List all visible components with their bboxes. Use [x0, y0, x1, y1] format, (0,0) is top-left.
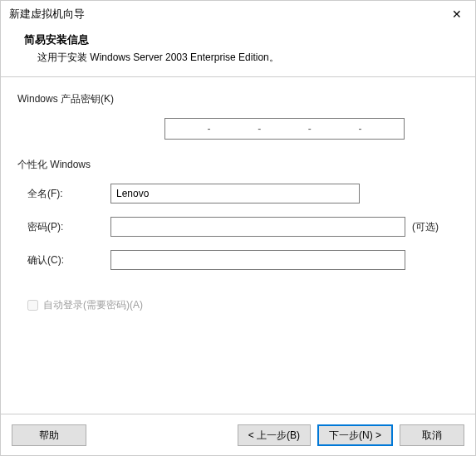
pk-sep: -	[359, 123, 362, 135]
autologin-checkbox	[27, 300, 38, 311]
fullname-row: 全名(F):	[17, 184, 459, 203]
autologin-label: 自动登录(需要密码)(A)	[43, 298, 143, 312]
personalize-label: 个性化 Windows	[17, 158, 459, 172]
pk-sep: -	[258, 123, 261, 135]
product-key-row: - - - -	[17, 118, 459, 140]
cancel-button[interactable]: 取消	[400, 424, 464, 446]
pk-sep: -	[308, 123, 312, 135]
titlebar: 新建虚拟机向导 ✕	[1, 1, 475, 27]
password-input[interactable]	[110, 217, 405, 237]
pk-sep: -	[207, 123, 210, 135]
fullname-label: 全名(F):	[27, 187, 110, 201]
window-title: 新建虚拟机向导	[9, 7, 85, 22]
header-description: 这用于安装 Windows Server 2003 Enterprise Edi…	[37, 51, 459, 65]
password-label: 密码(P):	[27, 220, 110, 234]
product-key-label: Windows 产品密钥(K)	[17, 92, 459, 106]
wizard-content: Windows 产品密钥(K) - - - - 个性化 Windows 全名(F…	[1, 77, 475, 321]
next-button[interactable]: 下一步(N) >	[317, 424, 393, 446]
pk-segment-1[interactable]	[177, 123, 191, 135]
back-button[interactable]: < 上一步(B)	[238, 424, 311, 446]
fullname-input[interactable]	[110, 184, 360, 203]
close-icon[interactable]: ✕	[445, 6, 469, 22]
help-button[interactable]: 帮助	[12, 424, 86, 446]
confirm-input[interactable]	[110, 250, 405, 270]
pk-segment-2[interactable]	[227, 123, 241, 135]
product-key-input[interactable]: - - - -	[164, 118, 405, 140]
pk-segment-4[interactable]	[328, 123, 342, 135]
pk-segment-3[interactable]	[277, 123, 292, 135]
wizard-header: 简易安装信息 这用于安装 Windows Server 2003 Enterpr…	[1, 27, 475, 77]
pk-segment-5[interactable]	[379, 123, 393, 135]
autologin-row: 自动登录(需要密码)(A)	[17, 298, 459, 312]
password-row: 密码(P): (可选)	[17, 217, 459, 237]
confirm-row: 确认(C):	[17, 250, 459, 270]
confirm-label: 确认(C):	[27, 253, 110, 267]
header-subtitle: 简易安装信息	[24, 32, 459, 47]
wizard-footer: 帮助 < 上一步(B) 下一步(N) > 取消	[0, 414, 476, 456]
password-hint: (可选)	[412, 220, 439, 234]
